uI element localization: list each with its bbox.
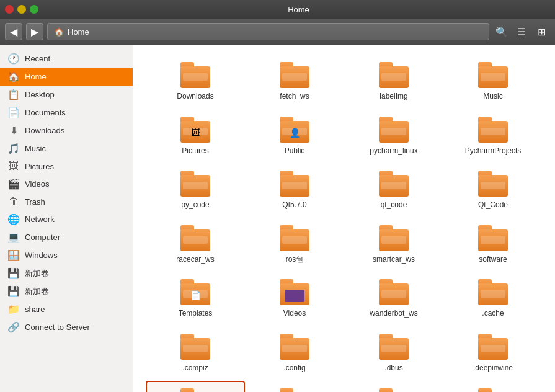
file-item-cache[interactable]: .cache	[443, 272, 543, 326]
file-item-compiz[interactable]: .compiz	[146, 326, 245, 381]
home-icon: 🏠	[54, 27, 64, 37]
file-item-wanderbot_ws[interactable]: wanderbot_ws	[344, 272, 443, 326]
file-content: Downloads fetch_ws labelImg Music	[133, 45, 555, 392]
sidebar-label-network: Network	[25, 215, 55, 224]
sidebar-item-downloads[interactable]: ⬇ Downloads	[0, 122, 133, 140]
sidebar-label-desktop: Desktop	[25, 90, 55, 99]
sidebar-item-recent[interactable]: 🕐 Recent	[0, 50, 133, 68]
file-item-Templates[interactable]: 📄 Templates	[146, 272, 245, 326]
file-item-gazebo[interactable]: .gazebo	[146, 381, 245, 392]
location-bar[interactable]: 🏠 Home	[47, 23, 489, 40]
folder-icon: 👤	[280, 117, 309, 143]
file-label: .deepinwine	[473, 363, 513, 373]
folder-icon	[478, 225, 508, 251]
back-button[interactable]: ◀	[5, 23, 22, 40]
file-label: wanderbot_ws	[370, 309, 417, 319]
sidebar-item-pictures[interactable]: 🖼 Pictures	[0, 158, 133, 175]
file-item-gnupg[interactable]: .gnupg	[443, 381, 543, 392]
file-item-Music[interactable]: Music	[443, 55, 543, 109]
sidebar-label-downloads: Downloads	[25, 126, 64, 135]
sidebar-item-trash[interactable]: 🗑 Trash	[0, 193, 133, 210]
file-item-Videos[interactable]: Videos	[245, 272, 344, 326]
sidebar-item-music[interactable]: 🎵 Music	[0, 140, 133, 158]
minimize-button[interactable]	[17, 5, 26, 14]
file-item-smartcar_ws[interactable]: smartcar_ws	[344, 218, 443, 272]
folder-icon	[280, 225, 309, 251]
file-label: .config	[283, 363, 305, 373]
file-item-software[interactable]: software	[443, 218, 543, 272]
sidebar-label-xinjia1: 新加卷	[25, 268, 49, 279]
file-label: qt_code	[381, 200, 407, 210]
documents-icon: 📄	[7, 107, 20, 118]
sidebar-item-computer[interactable]: 💻 Computer	[0, 228, 133, 246]
sidebar-label-home: Home	[25, 72, 47, 81]
folder-icon	[478, 334, 508, 360]
xinjia1-icon: 💾	[7, 267, 20, 279]
file-label: fetch_ws	[280, 92, 309, 102]
folder-icon	[280, 279, 309, 305]
file-label: Music	[483, 92, 502, 102]
forward-button[interactable]: ▶	[26, 23, 43, 40]
sidebar-item-network[interactable]: 🌐 Network	[0, 210, 133, 228]
xinjia2-icon: 💾	[7, 285, 20, 297]
windows-icon: 🪟	[7, 249, 20, 261]
sidebar-item-xinjia1[interactable]: 💾 新加卷	[0, 264, 133, 282]
connect-icon: 🔗	[7, 321, 20, 333]
special-icon: 📄	[190, 290, 201, 300]
file-item-deepinwine[interactable]: .deepinwine	[443, 326, 543, 381]
file-item-labelImg[interactable]: labelImg	[344, 55, 443, 109]
folder-icon	[280, 171, 309, 197]
file-item-PycharmProjects[interactable]: PycharmProjects	[443, 109, 543, 164]
folder-icon	[379, 117, 409, 143]
sidebar-item-desktop[interactable]: 📋 Desktop	[0, 86, 133, 104]
file-item-dbus[interactable]: .dbus	[344, 326, 443, 381]
file-label: Qt_Code	[478, 200, 508, 210]
location-text: Home	[68, 27, 89, 37]
pictures-icon: 🖼	[7, 161, 20, 172]
maximize-button[interactable]	[30, 5, 38, 14]
main-layout: 🕐 Recent 🏠 Home 📋 Desktop 📄 Documents ⬇ …	[0, 45, 555, 392]
close-button[interactable]	[5, 5, 14, 14]
sidebar-item-documents[interactable]: 📄 Documents	[0, 104, 133, 122]
file-item-fetch_ws[interactable]: fetch_ws	[245, 55, 344, 109]
home-icon: 🏠	[7, 71, 20, 82]
grid-view-button[interactable]: ⊞	[533, 23, 550, 40]
sidebar-label-trash: Trash	[25, 197, 45, 207]
titlebar: Home	[0, 0, 555, 19]
folder-icon	[280, 334, 309, 360]
list-view-button[interactable]: ☰	[513, 23, 530, 40]
folder-icon: 📄	[180, 279, 210, 305]
music-icon: 🎵	[7, 143, 20, 154]
file-item-Qt570[interactable]: Qt5.7.0	[245, 163, 344, 218]
file-label: Videos	[283, 309, 306, 319]
file-item-pycharm_linux[interactable]: pycharm_linux	[344, 109, 443, 164]
file-label: .dbus	[384, 363, 402, 373]
file-item-Qt_Code[interactable]: Qt_Code	[443, 163, 543, 218]
sidebar-item-xinjia2[interactable]: 💾 新加卷	[0, 282, 133, 300]
file-item-Public[interactable]: 👤 Public	[245, 109, 344, 164]
file-item-racecar_ws[interactable]: racecar_ws	[146, 218, 245, 272]
share-icon: 📁	[7, 303, 20, 315]
special-icon: 🖼	[191, 128, 200, 138]
file-grid: Downloads fetch_ws labelImg Music	[146, 55, 543, 392]
file-item-gnome2[interactable]: .gnome2	[344, 381, 443, 392]
sidebar-item-connect[interactable]: 🔗 Connect to Server	[0, 318, 133, 336]
sidebar-label-connect: Connect to Server	[25, 323, 90, 332]
sidebar-item-videos[interactable]: 🎬 Videos	[0, 175, 133, 193]
trash-icon: 🗑	[7, 196, 20, 207]
sidebar-item-home[interactable]: 🏠 Home	[0, 68, 133, 86]
sidebar-item-share[interactable]: 📁 share	[0, 300, 133, 318]
file-item-py_code[interactable]: py_code	[146, 163, 245, 218]
file-item-Pictures[interactable]: 🖼 Pictures	[146, 109, 245, 164]
file-item-config[interactable]: .config	[245, 326, 344, 381]
folder-icon	[379, 388, 409, 392]
file-item-gconf[interactable]: .gconf	[245, 381, 344, 392]
file-item-qt_code[interactable]: qt_code	[344, 163, 443, 218]
file-item-ros包[interactable]: ros包	[245, 218, 344, 272]
sidebar-item-windows[interactable]: 🪟 Windows	[0, 246, 133, 264]
file-label: Downloads	[177, 92, 213, 102]
search-button[interactable]: 🔍	[493, 23, 510, 40]
desktop-icon: 📋	[7, 89, 20, 100]
file-item-Downloads[interactable]: Downloads	[146, 55, 245, 109]
sidebar-label-xinjia2: 新加卷	[25, 286, 49, 297]
